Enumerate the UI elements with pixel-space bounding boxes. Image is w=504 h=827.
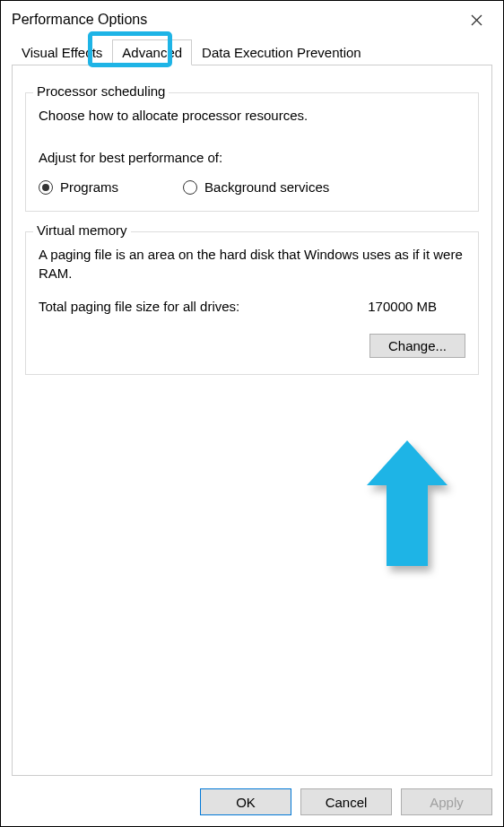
tab-advanced[interactable]: Advanced xyxy=(112,39,192,65)
processor-scheduling-group: Processor scheduling Choose how to alloc… xyxy=(25,92,479,212)
vm-total-value: 170000 MB xyxy=(368,299,437,314)
apply-button: Apply xyxy=(401,788,492,815)
virtual-memory-group: Virtual memory A paging file is an area … xyxy=(25,231,479,375)
radio-programs[interactable]: Programs xyxy=(39,179,118,195)
tab-dep[interactable]: Data Execution Prevention xyxy=(192,39,371,65)
cancel-button[interactable]: Cancel xyxy=(300,788,392,815)
vm-group-title: Virtual memory xyxy=(33,222,131,238)
change-button[interactable]: Change... xyxy=(369,334,465,358)
processor-description: Choose how to allocate processor resourc… xyxy=(39,106,465,125)
processor-adjust-label: Adjust for best performance of: xyxy=(39,150,465,165)
arrow-head-icon xyxy=(367,440,448,485)
window-title: Performance Options xyxy=(12,12,147,28)
ok-button[interactable]: OK xyxy=(200,788,291,815)
radio-background-label: Background services xyxy=(204,179,329,195)
radio-background[interactable]: Background services xyxy=(183,179,329,195)
tab-visual-effects[interactable]: Visual Effects xyxy=(12,39,112,65)
radio-programs-label: Programs xyxy=(60,179,118,195)
vm-total-label: Total paging file size for all drives: xyxy=(39,299,239,314)
radio-circle-icon xyxy=(39,180,53,195)
radio-circle-icon xyxy=(183,180,197,195)
dialog-footer: OK Cancel Apply xyxy=(189,778,503,826)
processor-group-title: Processor scheduling xyxy=(33,83,169,99)
close-button[interactable] xyxy=(460,6,492,33)
processor-radio-group: Programs Background services xyxy=(39,179,465,195)
vm-total-row: Total paging file size for all drives: 1… xyxy=(39,299,465,314)
close-icon xyxy=(471,14,482,26)
arrow-stem-icon xyxy=(387,485,428,566)
tab-content: Processor scheduling Choose how to alloc… xyxy=(12,65,492,776)
tab-bar: Visual Effects Advanced Data Execution P… xyxy=(1,37,503,65)
vm-description: A paging file is an area on the hard dis… xyxy=(39,245,465,283)
annotation-arrow xyxy=(367,440,448,566)
tab-underline xyxy=(12,65,492,65)
titlebar: Performance Options xyxy=(1,1,503,37)
